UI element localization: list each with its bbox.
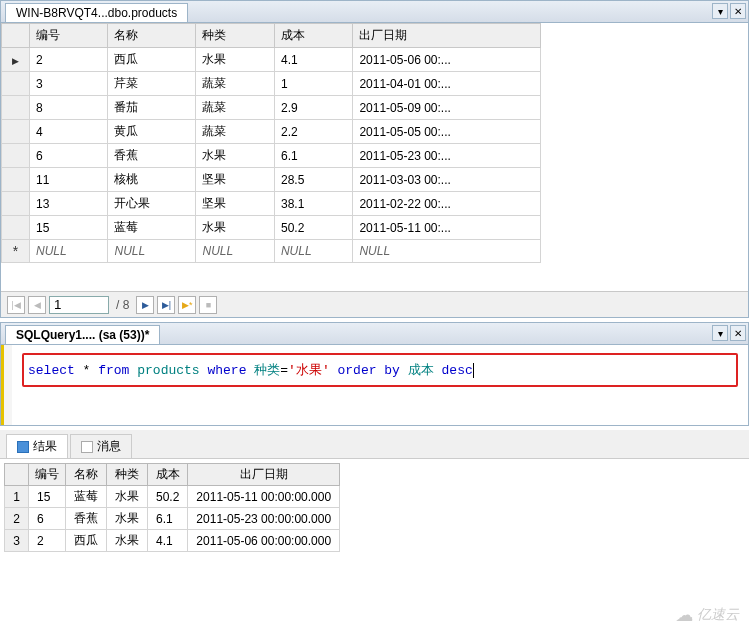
row-selector[interactable] (2, 192, 30, 216)
result-row-num[interactable]: 1 (5, 486, 29, 508)
col-date[interactable]: 出厂日期 (353, 24, 541, 48)
cell[interactable]: 15 (30, 216, 108, 240)
result-row-num[interactable]: 2 (5, 508, 29, 530)
rcell[interactable]: 2011-05-11 00:00:00.000 (188, 486, 340, 508)
cell[interactable]: 番茄 (108, 96, 196, 120)
cell[interactable]: 4.1 (274, 48, 352, 72)
nav-new[interactable]: ▶* (178, 296, 196, 314)
rcell[interactable]: 香蕉 (66, 508, 107, 530)
cell[interactable]: 1 (274, 72, 352, 96)
cell[interactable]: 13 (30, 192, 108, 216)
result-row[interactable]: 2 6 香蕉 水果 6.1 2011-05-23 00:00:00.000 (5, 508, 340, 530)
row-selector[interactable] (2, 48, 30, 72)
rcol-id[interactable]: 编号 (29, 464, 66, 486)
nav-prev[interactable]: ◀ (28, 296, 46, 314)
rcell[interactable]: 西瓜 (66, 530, 107, 552)
rcell[interactable]: 50.2 (148, 486, 188, 508)
null-cell[interactable]: NULL (196, 240, 274, 263)
cell[interactable]: 蔬菜 (196, 96, 274, 120)
table-row[interactable]: 2 西瓜 水果 4.1 2011-05-06 00:... (2, 48, 541, 72)
null-cell[interactable]: NULL (353, 240, 541, 263)
cell[interactable]: 6.1 (274, 144, 352, 168)
cell[interactable]: 蔬菜 (196, 72, 274, 96)
result-row-num[interactable]: 3 (5, 530, 29, 552)
cell[interactable]: 2011-05-11 00:... (353, 216, 541, 240)
nav-last[interactable]: ▶| (157, 296, 175, 314)
nav-next[interactable]: ▶ (136, 296, 154, 314)
row-selector[interactable] (2, 144, 30, 168)
cell[interactable]: 芹菜 (108, 72, 196, 96)
row-selector[interactable] (2, 120, 30, 144)
null-cell[interactable]: NULL (274, 240, 352, 263)
rcell[interactable]: 水果 (107, 530, 148, 552)
rcol-kind[interactable]: 种类 (107, 464, 148, 486)
rcell[interactable]: 蓝莓 (66, 486, 107, 508)
cell[interactable]: 香蕉 (108, 144, 196, 168)
col-id[interactable]: 编号 (30, 24, 108, 48)
cell[interactable]: 2011-05-05 00:... (353, 120, 541, 144)
cell[interactable]: 28.5 (274, 168, 352, 192)
cell[interactable]: 坚果 (196, 192, 274, 216)
cell[interactable]: 2011-05-09 00:... (353, 96, 541, 120)
rcol-cost[interactable]: 成本 (148, 464, 188, 486)
grid-scroll-area[interactable]: 编号 名称 种类 成本 出厂日期 2 西瓜 水果 4.1 2011-05-06 … (1, 23, 748, 291)
rcell[interactable]: 水果 (107, 508, 148, 530)
cell[interactable]: 蓝莓 (108, 216, 196, 240)
cell[interactable]: 核桃 (108, 168, 196, 192)
table-row[interactable]: 11 核桃 坚果 28.5 2011-03-03 00:... (2, 168, 541, 192)
nav-first[interactable]: |◀ (7, 296, 25, 314)
cell[interactable]: 2.9 (274, 96, 352, 120)
table-row[interactable]: 4 黄瓜 蔬菜 2.2 2011-05-05 00:... (2, 120, 541, 144)
table-row[interactable]: 15 蓝莓 水果 50.2 2011-05-11 00:... (2, 216, 541, 240)
result-row[interactable]: 1 15 蓝莓 水果 50.2 2011-05-11 00:00:00.000 (5, 486, 340, 508)
rcol-name[interactable]: 名称 (66, 464, 107, 486)
cell[interactable]: 2011-05-06 00:... (353, 48, 541, 72)
table-row[interactable]: 8 番茄 蔬菜 2.9 2011-05-09 00:... (2, 96, 541, 120)
rcell[interactable]: 水果 (107, 486, 148, 508)
cell[interactable]: 水果 (196, 48, 274, 72)
cell[interactable]: 6 (30, 144, 108, 168)
cell[interactable]: 蔬菜 (196, 120, 274, 144)
cell[interactable]: 西瓜 (108, 48, 196, 72)
null-cell[interactable]: NULL (108, 240, 196, 263)
sql-tab-close[interactable]: ✕ (730, 325, 746, 341)
sql-editor[interactable]: select * from products where 种类='水果' ord… (22, 353, 738, 387)
null-cell[interactable]: NULL (30, 240, 108, 263)
col-name[interactable]: 名称 (108, 24, 196, 48)
cell[interactable]: 坚果 (196, 168, 274, 192)
row-selector[interactable] (2, 168, 30, 192)
cell[interactable]: 黄瓜 (108, 120, 196, 144)
col-cost[interactable]: 成本 (274, 24, 352, 48)
cell[interactable]: 4 (30, 120, 108, 144)
nav-stop[interactable]: ■ (199, 296, 217, 314)
cell[interactable]: 2011-03-03 00:... (353, 168, 541, 192)
rcol-date[interactable]: 出厂日期 (188, 464, 340, 486)
rcell[interactable]: 2011-05-23 00:00:00.000 (188, 508, 340, 530)
cell[interactable]: 开心果 (108, 192, 196, 216)
tab-close[interactable]: ✕ (730, 3, 746, 19)
cell[interactable]: 3 (30, 72, 108, 96)
cell[interactable]: 2011-05-23 00:... (353, 144, 541, 168)
sql-tab[interactable]: SQLQuery1.... (sa (53))* (5, 325, 160, 344)
row-selector[interactable] (2, 96, 30, 120)
cell[interactable]: 2011-04-01 00:... (353, 72, 541, 96)
table-tab[interactable]: WIN-B8RVQT4...dbo.products (5, 3, 188, 22)
new-row-selector[interactable] (2, 240, 30, 263)
results-tab[interactable]: 结果 (6, 434, 68, 458)
tab-dropdown[interactable]: ▾ (712, 3, 728, 19)
cell[interactable]: 水果 (196, 144, 274, 168)
messages-tab[interactable]: 消息 (70, 434, 132, 458)
rcell[interactable]: 6.1 (148, 508, 188, 530)
cell[interactable]: 2011-02-22 00:... (353, 192, 541, 216)
nav-position-input[interactable] (49, 296, 109, 314)
col-kind[interactable]: 种类 (196, 24, 274, 48)
new-row[interactable]: NULLNULLNULLNULLNULL (2, 240, 541, 263)
sql-tab-dropdown[interactable]: ▾ (712, 325, 728, 341)
cell[interactable]: 8 (30, 96, 108, 120)
cell[interactable]: 水果 (196, 216, 274, 240)
cell[interactable]: 2 (30, 48, 108, 72)
row-selector[interactable] (2, 72, 30, 96)
cell[interactable]: 2.2 (274, 120, 352, 144)
table-row[interactable]: 6 香蕉 水果 6.1 2011-05-23 00:... (2, 144, 541, 168)
rcell[interactable]: 15 (29, 486, 66, 508)
